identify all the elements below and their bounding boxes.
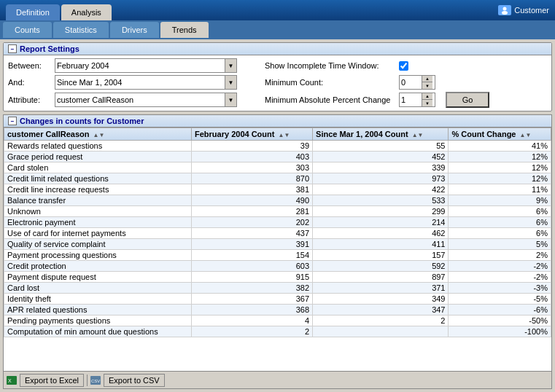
main-content: − Report Settings Between: ▼ Show Incomp… [0,39,555,392]
results-table-wrap[interactable]: customer CallReason ▲▼ February 2004 Cou… [4,128,551,371]
results-table: customer CallReason ▲▼ February 2004 Cou… [4,128,551,337]
excel-icon: X [7,376,17,385]
cell-callreason: Card lost [4,283,192,294]
cell-feb-count: 303 [192,162,313,173]
cell-callreason: Use of card for internet payments [4,228,192,239]
cell-since-count: 339 [313,162,449,173]
table-row: Pending payments questions 4 2 -50% [4,315,551,326]
cell-callreason: Payment dispute request [4,272,192,283]
tab-drivers[interactable]: Drivers [110,22,159,38]
cell-callreason: Grace period request [4,152,192,162]
cell-since-count: 411 [313,239,449,250]
go-button[interactable]: Go [446,92,489,108]
and-select[interactable]: ▼ [55,75,237,90]
table-header: customer CallReason ▲▼ February 2004 Cou… [4,128,551,141]
cell-callreason: Balance transfer [4,195,192,206]
show-incomplete-label: Show Incomplete Time Window: [265,61,396,70]
attribute-dropdown-btn[interactable]: ▼ [225,93,236,106]
min-abs-pct-spinner[interactable]: ▲ ▼ [399,93,435,107]
report-settings-header: − Report Settings [4,43,551,55]
col-callreason-sort-icon: ▲▼ [93,132,105,138]
tab-definition[interactable]: Definition [6,4,60,20]
table-row: Computation of min amount due questions … [4,326,551,337]
min-count-label: Minimum Count: [265,78,396,87]
report-settings-panel: − Report Settings Between: ▼ Show Incomp… [3,42,552,111]
cell-callreason: Identity theft [4,294,192,305]
cell-pct-change: 41% [449,141,551,152]
cell-feb-count: 870 [192,173,313,184]
collapse-button[interactable]: − [8,44,17,53]
cell-since-count: 349 [313,294,449,305]
results-collapse-button[interactable]: − [8,117,17,125]
min-count-input[interactable] [400,78,422,87]
cell-callreason: Credit limit related questions [4,173,192,184]
top-bar: Definition Analysis Customer [0,0,555,20]
cell-since-count: 299 [313,206,449,217]
min-count-spinner-btns: ▲ ▼ [422,76,432,89]
cell-pct-change: 12% [449,162,551,173]
report-settings-title: Report Settings [20,44,79,53]
cell-callreason: Rewards related questions [4,141,192,152]
cell-pct-change: -2% [449,261,551,272]
cell-feb-count: 490 [192,195,313,206]
col-since-count[interactable]: Since Mar 1, 2004 Count ▲▼ [313,128,449,141]
table-row: Credit protection 603 592 -2% [4,261,551,272]
between-select[interactable]: ▼ [55,58,237,73]
and-input[interactable] [55,76,225,89]
cell-since-count: 214 [313,217,449,228]
export-csv-button[interactable]: Export to CSV [104,374,165,387]
min-abs-pct-down[interactable]: ▼ [422,100,432,106]
tab-analysis[interactable]: Analysis [61,4,112,20]
min-abs-pct-input[interactable] [400,95,422,104]
cell-pct-change: 12% [449,152,551,162]
col-callreason[interactable]: customer CallReason ▲▼ [4,128,192,141]
col-feb-sort-icon: ▲▼ [279,132,290,138]
between-label: Between: [8,61,52,70]
csv-icon: CSV [90,376,101,385]
cell-pct-change: -50% [449,315,551,326]
cell-callreason: APR related questions [4,305,192,315]
cell-since-count: 462 [313,228,449,239]
customer-label: Customer [498,5,549,15]
table-row: Unknown 281 299 6% [4,206,551,217]
cell-callreason: Computation of min amount due questions [4,326,192,337]
cell-since-count: 592 [313,261,449,272]
tab-trends[interactable]: Trends [160,22,209,38]
min-abs-pct-up[interactable]: ▲ [422,93,432,100]
cell-pct-change: -5% [449,294,551,305]
between-input[interactable] [55,59,225,72]
cell-since-count: 2 [313,315,449,326]
min-abs-pct-label: Minimum Absolute Percent Change [265,95,396,104]
cell-feb-count: 915 [192,272,313,283]
col-pct-change[interactable]: % Count Change ▲▼ [449,128,551,141]
attribute-input[interactable] [55,93,225,106]
min-count-up[interactable]: ▲ [422,76,432,82]
cell-callreason: Credit protection [4,261,192,272]
tab-counts[interactable]: Counts [3,22,52,38]
table-row: Rewards related questions 39 55 41% [4,141,551,152]
cell-pct-change: 6% [449,206,551,217]
cell-callreason: Unknown [4,206,192,217]
table-row: Card stolen 303 339 12% [4,162,551,173]
cell-pct-change: 11% [449,184,551,195]
col-feb-count[interactable]: February 2004 Count ▲▼ [192,128,313,141]
cell-pct-change: -100% [449,326,551,337]
customer-text: Customer [514,6,549,15]
table-row: Balance transfer 490 533 9% [4,195,551,206]
cell-pct-change: 6% [449,228,551,239]
cell-since-count: 422 [313,184,449,195]
cell-pct-change: -6% [449,305,551,315]
table-row: Credit line increase requests 381 422 11… [4,184,551,195]
cell-since-count: 452 [313,152,449,162]
and-dropdown-btn[interactable]: ▼ [225,76,236,89]
min-count-down[interactable]: ▼ [422,82,432,89]
show-incomplete-checkbox[interactable] [399,61,408,71]
attribute-select[interactable]: ▼ [55,93,237,107]
min-count-spinner[interactable]: ▲ ▼ [399,75,435,90]
tab-statistics[interactable]: Statistics [53,22,109,38]
and-label: And: [8,78,52,87]
cell-feb-count: 437 [192,228,313,239]
cell-feb-count: 281 [192,206,313,217]
between-dropdown-btn[interactable]: ▼ [225,59,236,72]
export-excel-button[interactable]: Export to Excel [20,374,84,387]
